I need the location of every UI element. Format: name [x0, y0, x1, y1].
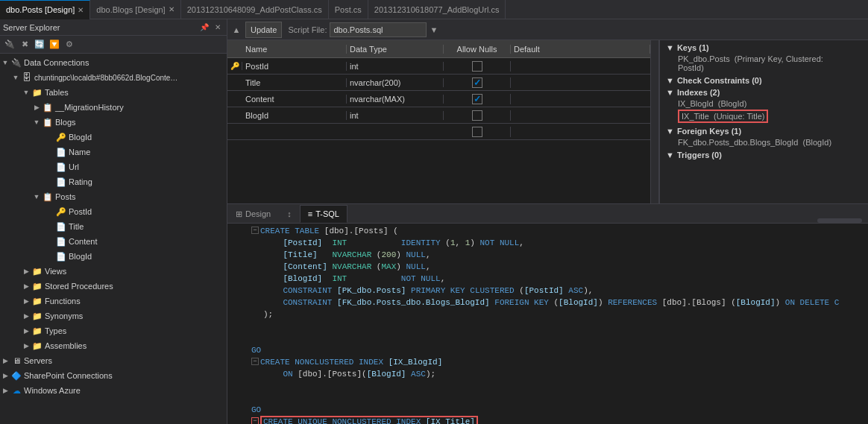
tree-item-data-connections[interactable]: ▼ 🔌 Data Connections: [0, 55, 227, 70]
cell-null-blogid[interactable]: [444, 110, 511, 121]
tree-item-blog-id[interactable]: 🔑 BlogId: [0, 130, 227, 145]
checkbox-content[interactable]: ✓: [472, 94, 482, 104]
pin-button[interactable]: 📌: [198, 22, 210, 34]
collapse-btn-12[interactable]: −: [251, 358, 259, 365]
dropdown-arrow[interactable]: ▼: [430, 25, 438, 34]
tree-item-sharepoint[interactable]: ▶ 🔷 SharePoint Connections: [0, 368, 227, 383]
tree-item-post-blogid[interactable]: 📄 BlogId: [0, 249, 227, 264]
tab-addblogurl[interactable]: 201312310618077_AddBlogUrl.cs: [368, 0, 506, 19]
tab-tsql[interactable]: ≡ T-SQL: [300, 205, 347, 223]
toggle-tables[interactable]: ▼: [21, 87, 31, 98]
tree-item-assemblies[interactable]: ▶ 📁 Assemblies: [0, 338, 227, 353]
toggle-data-connections[interactable]: ▼: [0, 57, 10, 68]
toggle-stored-procs[interactable]: ▶: [21, 281, 31, 291]
grid-row-title[interactable]: Title nvarchar(200) ✓: [227, 75, 650, 91]
toggle-db-context[interactable]: ▼: [10, 72, 21, 83]
line-content-12: CREATE NONCLUSTERED INDEX [IX_BlogId]: [260, 358, 442, 367]
se-connect-btn[interactable]: 🔌: [3, 38, 16, 51]
toggle-azure[interactable]: ▶: [0, 385, 10, 396]
se-properties-btn[interactable]: ⚙: [63, 38, 76, 51]
tree-item-functions[interactable]: ▶ 📁 Functions: [0, 294, 227, 308]
collapse-keys[interactable]: ▼: [666, 43, 674, 52]
toggle-types[interactable]: ▶: [21, 326, 31, 336]
checkbox-title[interactable]: ✓: [472, 77, 482, 88]
se-refresh-btn[interactable]: 🔄: [33, 38, 46, 51]
tree-item-azure[interactable]: ▶ ☁ Windows Azure: [0, 383, 227, 398]
tree-item-blog-rating[interactable]: 📄 Rating: [0, 174, 227, 189]
tree-item-blogs[interactable]: ▼ 📋 Blogs: [0, 115, 227, 130]
toggle-posts[interactable]: ▼: [31, 192, 42, 202]
cell-name-blogid[interactable]: BlogId: [242, 111, 347, 120]
tab-blogs-design[interactable]: dbo.Blogs [Design] ✕: [90, 0, 180, 19]
tab-postcs[interactable]: Post.cs: [329, 0, 368, 19]
tree-item-tables[interactable]: ▼ 📁 Tables: [0, 85, 227, 100]
cell-type-postid[interactable]: int: [347, 62, 444, 71]
grid-row-empty[interactable]: [227, 124, 650, 140]
update-button[interactable]: Update: [245, 22, 282, 38]
tree-item-stored-procs[interactable]: ▶ 📁 Stored Procedures: [0, 279, 227, 294]
toggle-views[interactable]: ▶: [21, 266, 31, 276]
cell-null-postid[interactable]: [444, 61, 511, 72]
tree-item-post-title[interactable]: 📄 Title: [0, 219, 227, 234]
toggle-sharepoint[interactable]: ▶: [0, 370, 10, 381]
tree-item-views[interactable]: ▶ 📁 Views: [0, 264, 227, 279]
cell-null-empty[interactable]: [444, 127, 511, 137]
checkbox-blogid[interactable]: [472, 110, 482, 121]
tree-item-post-content[interactable]: 📄 Content: [0, 234, 227, 249]
tree-item-migration[interactable]: ▶ 📋 __MigrationHistory: [0, 100, 227, 115]
tree-item-blog-name[interactable]: 📄 Name: [0, 145, 227, 159]
indexes-title: Indexes (2): [677, 88, 720, 97]
tree-item-types[interactable]: ▶ 📁 Types: [0, 323, 227, 338]
collapse-btn-1[interactable]: −: [251, 227, 259, 234]
tree-item-synonyms[interactable]: ▶ 📁 Synonyms: [0, 308, 227, 323]
toggle-synonyms[interactable]: ▶: [21, 311, 31, 321]
se-filter-btn[interactable]: 🔽: [48, 38, 61, 51]
code-editor[interactable]: − CREATE TABLE [dbo].[Posts] ( [PostId] …: [227, 224, 868, 424]
checkbox-empty[interactable]: [472, 127, 482, 137]
tree-item-db-context[interactable]: ▼ 🗄 chuntingpc\localdb#8bb0662d.BlogCont…: [0, 70, 227, 85]
tab-posts-design[interactable]: dbo.Posts [Design] ✕: [0, 0, 90, 19]
collapse-fk[interactable]: ▼: [666, 127, 674, 136]
script-file-input[interactable]: dbo.Posts.sql: [330, 22, 427, 37]
cell-type-content[interactable]: nvarchar(MAX): [347, 95, 444, 104]
toggle-assemblies[interactable]: ▶: [21, 341, 31, 351]
toggle-migration[interactable]: ▶: [31, 102, 42, 113]
checkbox-postid[interactable]: [472, 61, 482, 72]
tab-swap[interactable]: ↕: [279, 205, 300, 223]
tab-blogs-close[interactable]: ✕: [169, 5, 174, 13]
se-disconnect-btn[interactable]: ✖: [18, 38, 31, 51]
toggle-servers[interactable]: ▶: [0, 355, 10, 366]
grid-row-postid[interactable]: 🔑 PostId int: [227, 58, 650, 75]
grid-row-content[interactable]: Content nvarchar(MAX) ✓: [227, 91, 650, 107]
close-panel-button[interactable]: ✕: [212, 22, 224, 34]
tab-design[interactable]: ⊞ Design: [227, 205, 279, 223]
cell-name-content[interactable]: Content: [242, 95, 347, 104]
cell-name-postid[interactable]: PostId: [242, 62, 347, 71]
collapse-check[interactable]: ▼: [666, 76, 674, 85]
tab-addpost[interactable]: 201312310648099_AddPostClass.cs: [181, 0, 329, 19]
icon-stored-procs: 📁: [31, 280, 43, 292]
cell-name-title[interactable]: Title: [242, 78, 347, 87]
icon-servers: 🖥: [10, 355, 22, 367]
icon-db-context: 🗄: [21, 72, 33, 83]
cell-null-title[interactable]: ✓: [444, 77, 511, 88]
scrollbar-indicator[interactable]: [817, 218, 862, 223]
tree-item-blog-url[interactable]: 📄 Url: [0, 159, 227, 174]
toggle-blogs[interactable]: ▼: [31, 117, 42, 127]
collapse-triggers[interactable]: ▼: [666, 151, 674, 159]
line-content-17: CREATE UNIQUE NONCLUSTERED INDEX [IX_Tit…: [260, 417, 478, 424]
icon-views: 📁: [31, 265, 43, 277]
cell-type-title[interactable]: nvarchar(200): [347, 78, 444, 87]
grid-row-blogid[interactable]: BlogId int: [227, 107, 650, 124]
collapse-btn-17[interactable]: −: [251, 417, 259, 424]
toggle-functions[interactable]: ▶: [21, 296, 31, 306]
tree-item-posts[interactable]: ▼ 📋 Posts: [0, 189, 227, 204]
tab-design-label: Design: [245, 209, 271, 218]
tree-item-post-id[interactable]: 🔑 PostId: [0, 204, 227, 219]
collapse-indexes[interactable]: ▼: [666, 88, 674, 97]
cell-type-blogid[interactable]: int: [347, 111, 444, 120]
tab-posts-close[interactable]: ✕: [78, 6, 84, 14]
cell-null-content[interactable]: ✓: [444, 94, 511, 104]
label-servers: Servers: [24, 356, 52, 365]
tree-item-servers[interactable]: ▶ 🖥 Servers: [0, 353, 227, 368]
